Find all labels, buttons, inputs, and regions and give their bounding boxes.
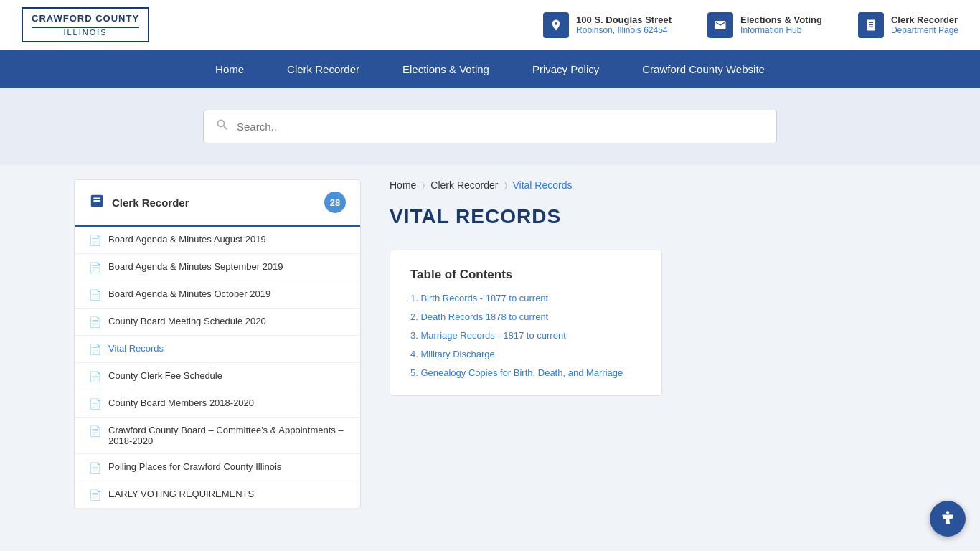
list-item[interactable]: 📄 Board Agenda & Minutes September 2019 — [75, 254, 360, 281]
address-text: 100 S. Douglas Street Robinson, Illinois… — [576, 14, 672, 35]
content-area: Home 〉 Clerk Recorder 〉 Vital Records VI… — [361, 179, 906, 509]
clerk-icon — [858, 12, 884, 38]
sidebar-item-label: EARLY VOTING REQUIREMENTS — [108, 489, 254, 499]
doc-icon: 📄 — [89, 235, 101, 246]
breadcrumb-sep1: 〉 — [422, 180, 425, 190]
toc-link-3[interactable]: 3. Marriage Records - 1817 to current — [410, 330, 566, 341]
search-box — [203, 110, 777, 143]
clerk-text: Clerk Recorder Department Page — [891, 14, 958, 35]
accessibility-button[interactable] — [930, 501, 966, 524]
sidebar-items: 📄 Board Agenda & Minutes August 2019 📄 B… — [75, 227, 360, 509]
elections-link[interactable]: Elections & Voting Information Hub — [707, 12, 822, 38]
sidebar-item-label: Board Agenda & Minutes August 2019 — [108, 234, 266, 245]
sidebar-item-label: County Board Members 2018-2020 — [108, 397, 254, 408]
doc-icon: 📄 — [89, 344, 101, 355]
sidebar-item-label: Polling Places for Crawford County Illin… — [108, 461, 281, 472]
list-item[interactable]: 📄 Crawford County Board – Committee's & … — [75, 418, 360, 454]
logo: CRAWFORD COUNTY ILLINOIS — [22, 7, 149, 42]
sidebar-header-icon — [89, 193, 105, 212]
toc-link-5[interactable]: 5. Genealogy Copies for Birth, Death, an… — [410, 367, 623, 378]
list-item[interactable]: 4. Military Discharge — [410, 348, 641, 359]
list-item[interactable]: 📄 Board Agenda & Minutes October 2019 — [75, 281, 360, 309]
list-item[interactable]: 📄 County Clerk Fee Schedule — [75, 363, 360, 390]
doc-icon: 📄 — [89, 316, 101, 328]
sidebar-item-label: Board Agenda & Minutes October 2019 — [108, 288, 270, 299]
breadcrumb-clerk[interactable]: Clerk Recorder — [430, 179, 498, 191]
search-input[interactable] — [237, 121, 765, 133]
elections-icon — [707, 12, 733, 38]
nav-home[interactable]: Home — [194, 50, 265, 88]
breadcrumb-current: Vital Records — [513, 179, 573, 191]
sidebar-item-label: Board Agenda & Minutes September 2019 — [108, 261, 283, 272]
doc-icon: 📄 — [89, 371, 101, 382]
list-item[interactable]: 1. Birth Records - 1877 to current — [410, 292, 641, 303]
nav-crawford[interactable]: Crawford County Website — [621, 50, 786, 88]
clerk-link[interactable]: Clerk Recorder Department Page — [858, 12, 958, 38]
header-links: 100 S. Douglas Street Robinson, Illinois… — [178, 12, 958, 38]
breadcrumb: Home 〉 Clerk Recorder 〉 Vital Records — [390, 179, 906, 191]
nav-privacy[interactable]: Privacy Policy — [511, 50, 621, 88]
sidebar-item-label: Vital Records — [108, 343, 164, 354]
doc-icon: 📄 — [89, 289, 101, 301]
doc-icon: 📄 — [89, 489, 101, 501]
svg-point-0 — [946, 511, 949, 514]
sidebar-badge: 28 — [324, 192, 346, 213]
toc-list: 1. Birth Records - 1877 to current 2. De… — [410, 292, 641, 378]
list-item-active[interactable]: 📄 Vital Records — [75, 336, 360, 363]
nav-clerk-recorder[interactable]: Clerk Recorder — [265, 50, 381, 88]
sidebar-item-label: County Clerk Fee Schedule — [108, 370, 222, 381]
toc-link-4[interactable]: 4. Military Discharge — [410, 349, 495, 359]
main-content: Clerk Recorder 28 📄 Board Agenda & Minut… — [60, 179, 920, 509]
page-title: VITAL RECORDS — [390, 205, 906, 228]
sidebar-item-label: County Board Meeting Schedule 2020 — [108, 316, 266, 326]
list-item[interactable]: 📄 EARLY VOTING REQUIREMENTS — [75, 481, 360, 509]
breadcrumb-sep2: 〉 — [504, 180, 507, 190]
list-item[interactable]: 5. Genealogy Copies for Birth, Death, an… — [410, 367, 641, 378]
nav-elections[interactable]: Elections & Voting — [381, 50, 511, 88]
header: CRAWFORD COUNTY ILLINOIS 100 S. Douglas … — [0, 0, 980, 50]
toc-box: Table of Contents 1. Birth Records - 187… — [390, 250, 662, 396]
doc-icon: 📄 — [89, 462, 101, 474]
logo-bottom: ILLINOIS — [32, 28, 139, 37]
list-item[interactable]: 2. Death Records 1878 to current — [410, 311, 641, 322]
sidebar-item-label: Crawford County Board – Committee's & Ap… — [108, 425, 346, 446]
doc-icon: 📄 — [89, 398, 101, 410]
elections-text: Elections & Voting Information Hub — [740, 14, 822, 35]
nav-bar: Home Clerk Recorder Elections & Voting P… — [0, 50, 980, 88]
sidebar-title: Clerk Recorder — [112, 197, 189, 209]
toc-link-1[interactable]: 1. Birth Records - 1877 to current — [410, 293, 548, 303]
list-item[interactable]: 📄 County Board Meeting Schedule 2020 — [75, 309, 360, 336]
sidebar-header-left: Clerk Recorder — [89, 193, 189, 212]
logo-top: CRAWFORD COUNTY — [32, 13, 139, 24]
search-icon — [215, 118, 230, 136]
list-item[interactable]: 📄 County Board Members 2018-2020 — [75, 390, 360, 418]
address-icon — [543, 12, 569, 38]
breadcrumb-home[interactable]: Home — [390, 179, 416, 191]
address-link[interactable]: 100 S. Douglas Street Robinson, Illinois… — [543, 12, 672, 38]
doc-icon: 📄 — [89, 425, 101, 437]
list-item[interactable]: 3. Marriage Records - 1817 to current — [410, 329, 641, 341]
sidebar-header: Clerk Recorder 28 — [75, 180, 360, 227]
toc-title: Table of Contents — [410, 268, 641, 282]
list-item[interactable]: 📄 Polling Places for Crawford County Ill… — [75, 454, 360, 481]
toc-link-2[interactable]: 2. Death Records 1878 to current — [410, 311, 548, 322]
sidebar: Clerk Recorder 28 📄 Board Agenda & Minut… — [74, 179, 361, 509]
list-item[interactable]: 📄 Board Agenda & Minutes August 2019 — [75, 227, 360, 254]
doc-icon: 📄 — [89, 262, 101, 273]
search-section — [0, 88, 980, 165]
